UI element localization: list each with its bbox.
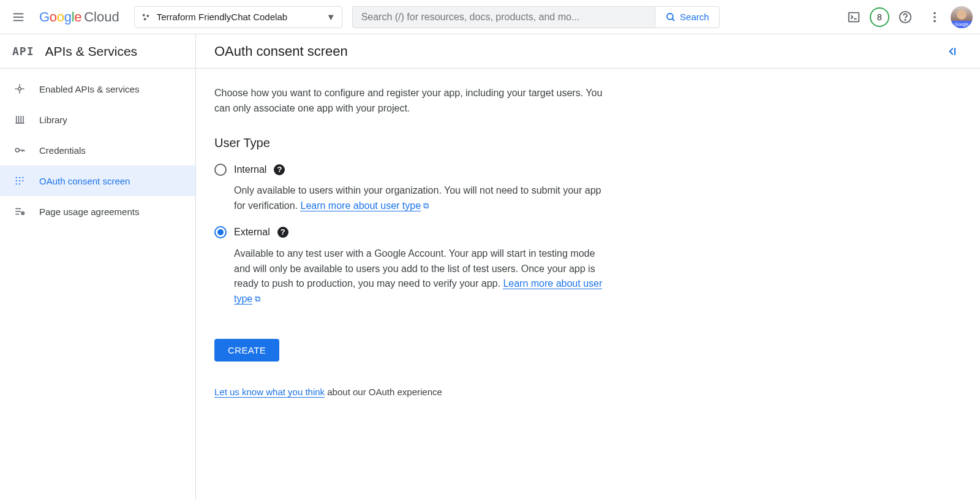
svg-point-11	[905, 19, 905, 20]
user-type-option-internal[interactable]: Internal ?	[214, 162, 606, 178]
chevron-down-icon: ▼	[326, 12, 336, 22]
user-type-option-external[interactable]: External ?	[214, 225, 606, 240]
sidebar-item-label: Page usage agreements	[39, 206, 139, 217]
product-label: APIs & Services	[45, 44, 138, 59]
svg-point-32	[16, 180, 17, 181]
search-button-label: Search	[680, 12, 709, 22]
external-link-icon: ⧉	[255, 294, 260, 303]
sidebar-item-oauth-consent[interactable]: OAuth consent screen	[0, 165, 195, 196]
svg-point-25	[15, 148, 19, 152]
diamond-move-icon	[13, 83, 26, 95]
sidebar-nav: Enabled APIs & services Library Credenti…	[0, 69, 195, 227]
topbar: Google Cloud Terraform FriendlyChat Code…	[0, 0, 980, 34]
hamburger-icon	[12, 10, 25, 24]
key-icon	[13, 144, 26, 156]
search-button[interactable]: Search	[655, 7, 719, 28]
search-box: Search	[352, 6, 720, 28]
user-type-heading: User Type	[214, 134, 606, 153]
sidebar: API APIs & Services Enabled APIs & servi…	[0, 34, 196, 500]
help-button[interactable]	[892, 4, 919, 31]
more-vert-icon	[928, 10, 941, 24]
topbar-right: 8 Google	[840, 4, 973, 31]
svg-point-29	[16, 177, 17, 178]
project-name: Terraform FriendlyChat Codelab	[157, 12, 287, 22]
svg-point-34	[22, 180, 23, 181]
terminal-icon	[847, 10, 861, 24]
api-logo-icon: API	[12, 45, 34, 58]
feedback-rest: about our OAuth experience	[325, 387, 442, 397]
svg-point-4	[146, 15, 149, 17]
account-avatar[interactable]: Google	[951, 6, 973, 28]
internal-description: Only available to users within your orga…	[234, 183, 606, 214]
svg-line-7	[673, 18, 675, 21]
svg-point-3	[142, 13, 145, 16]
sidebar-item-label: Credentials	[39, 145, 86, 156]
collapse-panel-button[interactable]	[942, 42, 962, 61]
svg-point-12	[933, 12, 936, 14]
content-body: Choose how you want to configure and reg…	[196, 69, 625, 416]
sidebar-item-enabled-apis[interactable]: Enabled APIs & services	[0, 74, 195, 104]
sidebar-item-page-usage-agreements[interactable]: Page usage agreements	[0, 196, 195, 227]
help-icon-external[interactable]: ?	[277, 227, 288, 238]
sidebar-header[interactable]: API APIs & Services	[0, 34, 195, 69]
cloud-label: Cloud	[84, 9, 119, 25]
radio-external[interactable]	[214, 226, 227, 238]
svg-point-33	[19, 180, 20, 181]
external-description: Available to any test user with a Google…	[234, 246, 606, 307]
intro-text: Choose how you want to configure and reg…	[214, 86, 606, 116]
google-cloud-logo[interactable]: Google Cloud	[39, 9, 119, 25]
main-content-wrap: OAuth consent screen Choose how you want…	[196, 34, 980, 500]
project-selector[interactable]: Terraform FriendlyChat Codelab ▼	[134, 6, 342, 28]
feedback-line: Let us know what you think about our OAu…	[214, 385, 606, 399]
page-title: OAuth consent screen	[214, 44, 348, 59]
sidebar-item-label: Library	[39, 115, 67, 125]
internal-learn-more-link[interactable]: Learn more about user type	[300, 200, 421, 211]
sidebar-item-library[interactable]: Library	[0, 104, 195, 135]
svg-point-35	[16, 183, 17, 184]
consent-icon	[13, 175, 26, 187]
page-body: API APIs & Services Enabled APIs & servi…	[0, 34, 980, 500]
google-wordmark: Google	[39, 9, 81, 25]
content-header: OAuth consent screen	[196, 34, 980, 69]
external-link-icon: ⧉	[423, 201, 429, 210]
free-trial-count: 8	[877, 12, 882, 22]
svg-point-30	[19, 177, 20, 178]
svg-rect-8	[849, 12, 859, 21]
cloud-shell-button[interactable]	[840, 4, 867, 31]
sidebar-item-label: OAuth consent screen	[39, 176, 130, 186]
create-button[interactable]: CREATE	[214, 339, 279, 362]
project-icon	[141, 12, 151, 22]
svg-point-31	[22, 177, 23, 178]
svg-point-14	[933, 20, 936, 22]
free-trial-badge[interactable]: 8	[870, 7, 889, 27]
library-icon	[13, 113, 26, 126]
help-icon	[899, 10, 912, 24]
svg-point-5	[143, 18, 146, 20]
radio-external-label: External	[234, 225, 270, 240]
help-icon-internal[interactable]: ?	[274, 164, 285, 175]
radio-internal[interactable]	[214, 164, 227, 176]
svg-point-13	[933, 16, 936, 18]
chevron-collapse-icon	[946, 45, 958, 58]
feedback-link[interactable]: Let us know what you think	[214, 387, 325, 398]
search-icon	[665, 12, 676, 23]
hamburger-menu-button[interactable]	[5, 4, 32, 31]
sidebar-item-label: Enabled APIs & services	[39, 84, 139, 94]
sidebar-item-credentials[interactable]: Credentials	[0, 135, 195, 165]
agreements-icon	[13, 205, 26, 218]
more-button[interactable]	[921, 4, 948, 31]
svg-point-36	[19, 183, 20, 184]
search-input[interactable]	[353, 7, 655, 28]
radio-internal-label: Internal	[234, 162, 266, 178]
svg-point-6	[667, 13, 673, 20]
svg-rect-15	[18, 87, 21, 91]
